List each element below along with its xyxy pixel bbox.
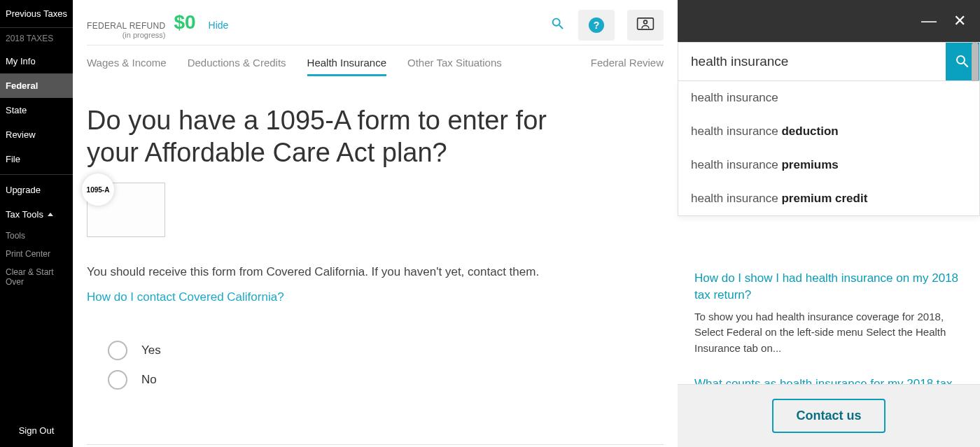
sidebar-review[interactable]: Review [0,122,73,147]
contact-us-button[interactable]: Contact us [772,399,885,433]
radio-yes[interactable]: Yes [108,341,664,360]
tab-health-insurance[interactable]: Health Insurance [307,57,386,76]
sidebar-state[interactable]: State [0,98,73,122]
result-item: What counts as health insurance for my 2… [694,376,963,384]
hide-link[interactable]: Hide [209,20,229,31]
radio-no[interactable]: No [108,370,664,390]
sidebar-year-label: 2018 TAXES [0,28,73,49]
minimize-icon[interactable]: — [921,12,937,30]
sidebar: Previous Taxes 2018 TAXES My Info Federa… [0,0,73,447]
radio-icon [108,370,127,390]
chevron-up-icon [48,213,53,216]
refund-sublabel: (in progress) [87,31,165,39]
help-panel: — ✕ health insurancehealth insurance ded… [678,0,980,447]
radio-icon [108,341,127,360]
result-snippet: To show you had health insurance coverag… [694,309,963,357]
suggestion-item[interactable]: health insurance deduction [678,115,979,148]
expert-button[interactable] [627,10,664,41]
contact-bar: Contact us [678,384,980,447]
svg-point-1 [644,20,648,24]
sign-out-button[interactable]: Sign Out [0,414,73,447]
suggestion-item[interactable]: health insurance premiums [678,148,979,182]
close-icon[interactable]: ✕ [953,12,966,30]
body-text: You should receive this form from Covere… [87,265,664,279]
radio-label: No [141,373,157,387]
page-heading: Do you have a 1095-A form to enter for y… [87,105,605,169]
help-icon: ? [589,17,604,33]
tab-deductions-credits[interactable]: Deductions & Credits [188,57,286,76]
suggestion-item[interactable]: health insurance [678,81,979,115]
refund-block: FEDERAL REFUND (in progress) $0 Hide [87,11,228,39]
sidebar-federal[interactable]: Federal [0,73,73,98]
search-suggestions: health insurancehealth insurance deducti… [678,81,980,216]
result-title[interactable]: How do I show I had health insurance on … [694,270,963,304]
tab-federal-review[interactable]: Federal Review [591,57,664,76]
suggestion-item[interactable]: health insurance premium credit [678,182,979,215]
sidebar-previous-taxes[interactable]: Previous Taxes [0,0,73,28]
panel-header: — ✕ [678,0,980,42]
tab-other-situations[interactable]: Other Tax Situations [407,57,502,76]
sidebar-tax-tools[interactable]: Tax Tools [0,202,73,227]
contact-covered-ca-link[interactable]: How do I contact Covered California? [87,290,664,304]
radio-group: Yes No [108,331,664,399]
result-item: How do I show I had health insurance on … [694,270,963,356]
refund-amount: $0 [174,11,195,34]
topbar: FEDERAL REFUND (in progress) $0 Hide ? [87,0,664,45]
search-icon[interactable] [550,16,566,34]
search-input[interactable] [678,43,946,80]
sidebar-item-label: Tax Tools [6,209,43,220]
search-box [678,42,980,81]
sidebar-file[interactable]: File [0,147,73,171]
radio-label: Yes [141,343,161,357]
refund-label: FEDERAL REFUND [87,21,165,31]
magnifier-icon: 1095-A [82,173,114,206]
sidebar-my-info[interactable]: My Info [0,49,73,73]
sidebar-print-center[interactable]: Print Center [0,245,73,263]
search-icon [954,53,971,70]
tabs: Wages & Income Deductions & Credits Heal… [87,45,664,84]
sidebar-upgrade[interactable]: Upgrade [0,178,73,202]
sidebar-clear-start-over[interactable]: Clear & Start Over [0,263,73,291]
form-1095a-image: 1095-A [87,183,165,237]
result-title[interactable]: What counts as health insurance for my 2… [694,376,963,384]
main-content: FEDERAL REFUND (in progress) $0 Hide ? W… [73,0,678,447]
help-button[interactable]: ? [578,10,615,41]
divider [87,444,664,445]
tab-wages-income[interactable]: Wages & Income [87,57,167,76]
person-icon [636,17,654,34]
sidebar-tools[interactable]: Tools [0,227,73,245]
search-wrap: health insurancehealth insurance deducti… [678,42,980,81]
